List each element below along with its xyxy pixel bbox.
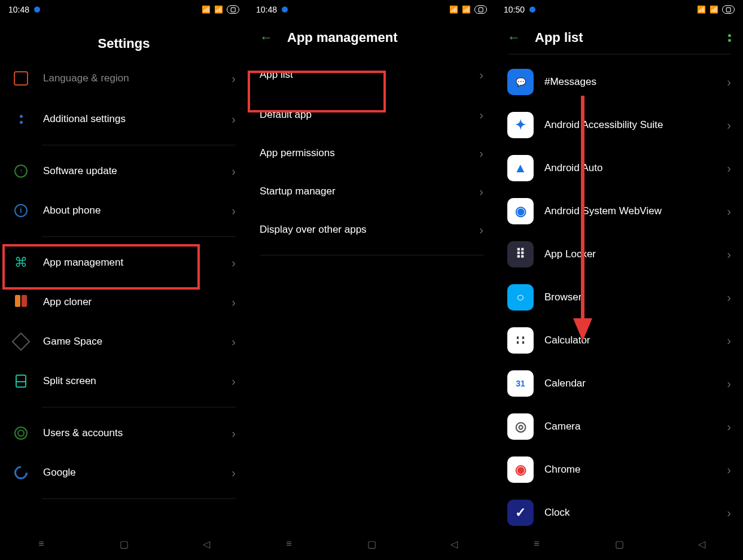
chevron-right-icon: › xyxy=(727,291,731,305)
chevron-right-icon: › xyxy=(479,223,483,237)
chevron-right-icon: › xyxy=(727,75,731,89)
app-list-item[interactable]: ○Browser› xyxy=(495,276,743,319)
settings-item-users-accounts[interactable]: Users & accounts › xyxy=(0,413,248,453)
app-icon: ◉ xyxy=(507,456,534,483)
app-list-item-label: Calculator xyxy=(544,334,716,346)
page-title: Settings xyxy=(98,36,150,51)
settings-item-label: About phone xyxy=(43,205,218,217)
app-icon: ⠿ xyxy=(507,241,534,267)
app-list-item[interactable]: ✦Android Accessibility Suite› xyxy=(495,104,743,147)
app-icon: 💬 xyxy=(507,69,534,95)
app-mgmt-item-label: Display over other apps xyxy=(260,224,466,236)
nav-back-button[interactable]: ◁ xyxy=(447,537,461,551)
divider xyxy=(260,255,483,255)
settings-item-additional[interactable]: Additional settings › xyxy=(0,99,248,139)
chevron-right-icon: › xyxy=(232,335,236,349)
divider xyxy=(42,407,236,407)
chevron-right-icon: › xyxy=(727,463,731,477)
nav-recent-button[interactable]: ≡ xyxy=(34,537,48,551)
overflow-menu-icon[interactable] xyxy=(728,34,731,42)
status-bar: 10:48 📶 📶 ▢ xyxy=(248,0,495,19)
app-list-item[interactable]: ∷Calculator› xyxy=(495,319,743,362)
app-list-item-label: Android Auto xyxy=(544,162,716,174)
app-mgmt-item-label: Default app xyxy=(260,109,466,121)
chevron-right-icon: › xyxy=(232,204,236,218)
nav-bar: ≡ ▢ ◁ xyxy=(0,528,248,560)
app-list-item[interactable]: ◎Camera› xyxy=(495,405,743,448)
app-list[interactable]: 💬#Messages›✦Android Accessibility Suite›… xyxy=(495,60,743,533)
nav-back-button[interactable]: ◁ xyxy=(695,537,709,551)
app-list-item[interactable]: ◉Chrome› xyxy=(495,448,743,491)
app-icon: ◎ xyxy=(507,413,534,440)
status-time: 10:48 xyxy=(256,5,277,14)
app-list-item[interactable]: ✓Clock› xyxy=(495,491,743,533)
settings-item-software-update[interactable]: ↑ Software update › xyxy=(0,151,248,191)
back-arrow-icon[interactable]: ← xyxy=(260,30,273,45)
app-list-item-label: Camera xyxy=(544,421,716,433)
nav-recent-button[interactable]: ≡ xyxy=(529,537,544,551)
chevron-right-icon: › xyxy=(232,165,236,178)
notification-dot-icon xyxy=(282,7,288,13)
settings-item-label: Additional settings xyxy=(43,113,218,125)
about-phone-icon: i xyxy=(14,204,28,217)
back-arrow-icon[interactable]: ← xyxy=(507,30,520,45)
battery-icon: ▢ xyxy=(474,5,487,14)
signal-icon: 📶 xyxy=(202,5,211,14)
app-mgmt-item-app-permissions[interactable]: App permissions › xyxy=(248,134,495,172)
nav-recent-button[interactable]: ≡ xyxy=(282,537,296,551)
app-management-list: App list › Default app › App permissions… xyxy=(248,54,495,255)
app-icon: ✦ xyxy=(507,112,534,138)
status-time: 10:48 xyxy=(8,5,29,14)
status-bar: 10:48 📶 📶 ▢ xyxy=(0,0,248,19)
settings-item-label: App cloner xyxy=(43,296,218,308)
settings-item-label: Google xyxy=(43,467,218,479)
settings-item-about[interactable]: i About phone › xyxy=(0,191,248,230)
chevron-right-icon: › xyxy=(727,377,731,391)
page-title: App list xyxy=(535,30,583,45)
app-list-item-label: App Locker xyxy=(544,248,716,260)
app-mgmt-item-label: App list xyxy=(260,69,466,81)
nav-bar: ≡ ▢ ◁ xyxy=(495,528,743,560)
notification-dot-icon xyxy=(529,7,535,13)
chevron-right-icon: › xyxy=(727,205,731,218)
app-icon: ○ xyxy=(507,284,534,311)
header: Settings xyxy=(0,19,248,65)
nav-back-button[interactable]: ◁ xyxy=(199,537,214,551)
settings-screen: 10:48 📶 📶 ▢ Settings Language & region ›… xyxy=(0,0,248,560)
app-management-icon: ⌘ xyxy=(14,255,28,270)
app-list-item[interactable]: ⠿App Locker› xyxy=(495,233,743,276)
settings-item-app-cloner[interactable]: App cloner › xyxy=(0,282,248,322)
app-icon: ◉ xyxy=(507,198,534,224)
app-mgmt-item-app-list[interactable]: App list › xyxy=(248,54,495,96)
settings-item-language[interactable]: Language & region › xyxy=(0,61,248,99)
header: ← App management xyxy=(248,19,495,54)
app-list-item[interactable]: 💬#Messages› xyxy=(495,60,743,104)
settings-item-google[interactable]: Google › xyxy=(0,453,248,492)
signal-icon: 📶 xyxy=(697,5,706,14)
network-icon: 📶 xyxy=(709,5,718,14)
settings-list: Language & region › Additional settings … xyxy=(0,61,248,499)
network-icon: 📶 xyxy=(462,5,471,14)
game-space-icon xyxy=(11,332,30,351)
app-list-item[interactable]: ▲Android Auto› xyxy=(495,147,743,190)
chevron-right-icon: › xyxy=(479,185,483,199)
settings-item-game-space[interactable]: Game Space › xyxy=(0,322,248,361)
chevron-right-icon: › xyxy=(727,506,731,520)
settings-item-split-screen[interactable]: Split screen › xyxy=(0,361,248,401)
app-mgmt-item-default-app[interactable]: Default app › xyxy=(248,96,495,134)
nav-home-button[interactable]: ▢ xyxy=(117,537,131,551)
app-mgmt-item-display-over[interactable]: Display over other apps › xyxy=(248,211,495,249)
app-list-item[interactable]: ◉Android System WebView› xyxy=(495,190,743,233)
nav-home-button[interactable]: ▢ xyxy=(364,537,379,551)
settings-item-label: Split screen xyxy=(43,375,218,387)
app-mgmt-item-label: Startup manager xyxy=(260,185,466,197)
app-mgmt-item-startup-manager[interactable]: Startup manager › xyxy=(248,172,495,211)
app-management-screen: 10:48 📶 📶 ▢ ← App management App list › … xyxy=(248,0,495,560)
status-time: 10:50 xyxy=(504,5,525,14)
settings-item-app-management[interactable]: ⌘ App management › xyxy=(0,243,248,282)
app-list-item-label: Chrome xyxy=(544,464,716,476)
nav-home-button[interactable]: ▢ xyxy=(612,537,626,551)
app-list-item[interactable]: 31Calendar› xyxy=(495,362,743,405)
software-update-icon: ↑ xyxy=(14,165,28,178)
divider xyxy=(507,54,731,54)
